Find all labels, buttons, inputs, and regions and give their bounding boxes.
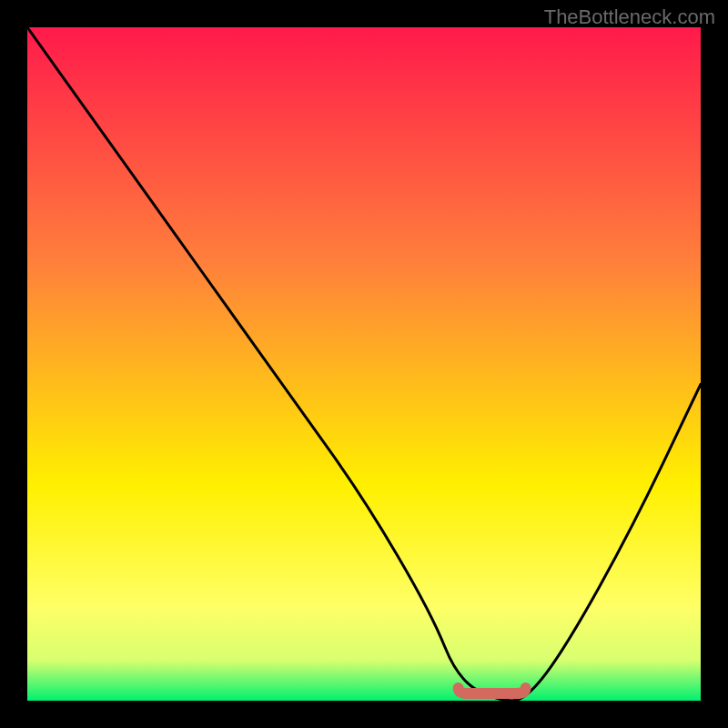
plot-area	[27, 27, 701, 701]
attribution-label: TheBottleneck.com	[544, 5, 715, 29]
optimal-range-marker	[459, 688, 526, 693]
chart-svg	[27, 27, 701, 701]
chart-stage: TheBottleneck.com	[0, 0, 728, 728]
gradient-background	[27, 27, 701, 701]
